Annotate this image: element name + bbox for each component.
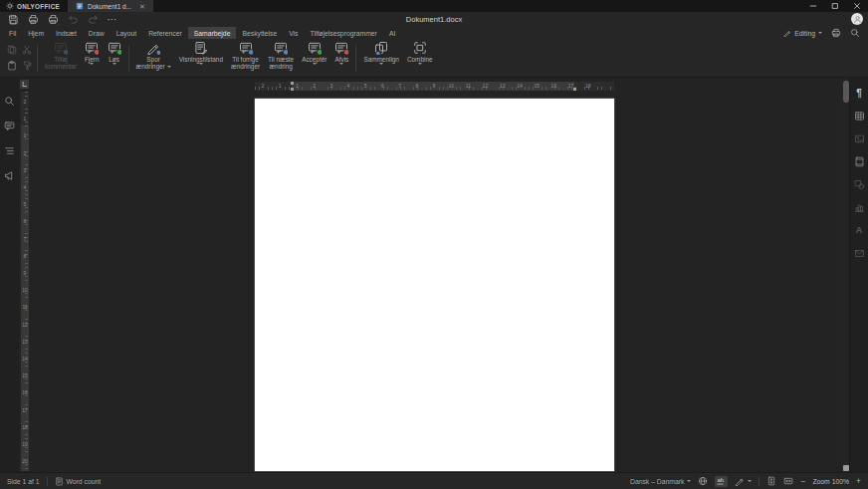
tab-tilfoejelsesprogrammer[interactable]: Tilføjelsesprogrammer [305,27,383,39]
next-change-button[interactable]: Til næste ændring [264,40,298,76]
page-number-label[interactable]: Side 1 af 1 [7,478,40,485]
image-settings-button[interactable] [852,131,867,146]
window-tab-bar: ONLYOFFICE Dokument1 d... ✕ [0,0,868,12]
user-icon [853,15,862,24]
resolve-comment-icon [108,41,121,55]
cut-button[interactable] [20,43,34,58]
text-art-settings-button[interactable]: A [852,223,867,238]
tab-stop-selector[interactable] [20,80,29,89]
ribbon-separator [37,45,38,72]
document-page[interactable] [255,99,614,471]
add-comment-button[interactable]: Tilføj kommentar [41,40,81,76]
editing-mode-dropdown[interactable]: Editing [783,29,822,37]
table-settings-button[interactable] [852,109,867,123]
chevron-down-icon [418,63,422,65]
redo-button[interactable] [86,13,100,26]
tab-hjem[interactable]: Hjem [22,27,50,39]
minimize-button[interactable] [802,0,824,12]
track-changes-button[interactable]: Spor ændringer [132,40,175,76]
next-change-icon [274,41,288,55]
left-indent-marker[interactable] [291,88,294,91]
mail-merge-settings-button[interactable] [852,246,867,261]
tab-beskyttelse[interactable]: Beskyttelse [236,27,283,39]
accept-change-button[interactable]: Acceptér [298,40,330,76]
app-menu-button[interactable]: ONLYOFFICE [0,0,68,12]
tab-layout[interactable]: Layout [110,27,142,39]
tab-fil[interactable]: Fil [3,27,22,39]
tab-indsaet[interactable]: Indsæt [50,27,83,39]
horizontal-ruler[interactable]: 21123456789101112131415161718 [255,82,614,91]
shape-settings-button[interactable] [852,177,867,192]
add-comment-icon [54,41,68,55]
tab-samarbejde[interactable]: Samarbejde [188,27,237,39]
paste-icon [7,61,17,71]
navigation-panel-button[interactable] [2,143,17,158]
menu-tab-bar: Fil Hjem Indsæt Draw Layout Referencer S… [0,27,868,39]
compare-button[interactable]: Sammenlign [359,40,403,76]
copy-style-button[interactable] [20,59,34,74]
previous-change-button[interactable]: Til forrige ændringer [227,40,264,76]
feedback-button[interactable] [2,168,17,183]
megaphone-icon [4,170,15,181]
status-separator [759,477,760,486]
pencil-icon [783,29,791,37]
print-file-button[interactable] [831,28,841,39]
paste-button[interactable] [5,59,19,74]
copy-button[interactable] [5,43,19,58]
chart-settings-button[interactable] [852,200,867,215]
resolve-comments-button[interactable]: Løs [104,40,125,76]
quick-print-button[interactable] [46,13,60,26]
quick-print-icon [48,14,59,25]
close-button[interactable] [846,0,868,12]
tab-close-icon[interactable]: ✕ [139,3,145,10]
print-button[interactable] [26,13,40,26]
track-changes-icon [146,41,160,55]
search-icon [4,96,15,107]
chevron-down-icon [818,32,822,34]
word-count-button[interactable]: Word count [55,477,102,486]
fit-page-button[interactable] [766,476,776,487]
fit-width-button[interactable] [783,476,793,487]
language-selector[interactable]: Dansk – Danmark [630,478,691,485]
chevron-down-icon [112,63,116,65]
copy-icon [7,45,17,55]
comments-panel-button[interactable] [2,119,17,133]
zoom-level-label: Zoom 100% [812,478,849,485]
right-indent-marker[interactable] [573,88,576,91]
header-footer-settings-button[interactable] [852,154,867,169]
document-canvas [19,78,850,473]
accept-change-icon [308,41,322,55]
zoom-out-button[interactable]: − [800,477,805,486]
search-button[interactable] [850,28,860,39]
comment-icon [4,121,15,131]
display-mode-button[interactable]: Visningstilstand [175,40,227,76]
shape-icon [854,179,865,190]
paragraph-settings-button[interactable]: ¶ [852,86,867,101]
find-button[interactable] [2,94,17,109]
reject-change-button[interactable]: Afvis [330,40,352,76]
remove-comments-button[interactable]: Fjern [81,40,104,76]
tab-ai[interactable]: AI [383,27,401,39]
save-button[interactable] [6,13,20,26]
display-mode-icon [194,41,208,55]
vertical-ruler[interactable]: 211234567891011121314151617181920 [21,92,29,471]
status-right: Dansk – Danmark ab − Zoom 100% + [630,476,868,487]
tab-referencer[interactable]: Referencer [142,27,188,39]
spell-check-icon: ab [716,476,727,486]
set-language-button[interactable] [698,476,708,487]
track-changes-toggle[interactable] [735,476,752,486]
image-icon [854,133,865,144]
compare-icon [374,41,388,55]
combine-button[interactable]: Combine [403,40,437,76]
undo-button[interactable] [66,13,80,26]
customize-quick-access-button[interactable]: ··· [106,13,119,26]
user-avatar[interactable] [851,13,863,25]
zoom-in-button[interactable]: + [856,477,861,486]
first-line-indent-marker[interactable] [291,82,294,85]
tab-vis[interactable]: Vis [283,27,304,39]
document-tab[interactable]: Dokument1 d... ✕ [68,0,153,12]
chevron-down-icon [339,63,343,65]
tab-draw[interactable]: Draw [83,27,110,39]
maximize-button[interactable] [824,0,846,12]
spell-check-toggle[interactable]: ab [715,476,728,487]
